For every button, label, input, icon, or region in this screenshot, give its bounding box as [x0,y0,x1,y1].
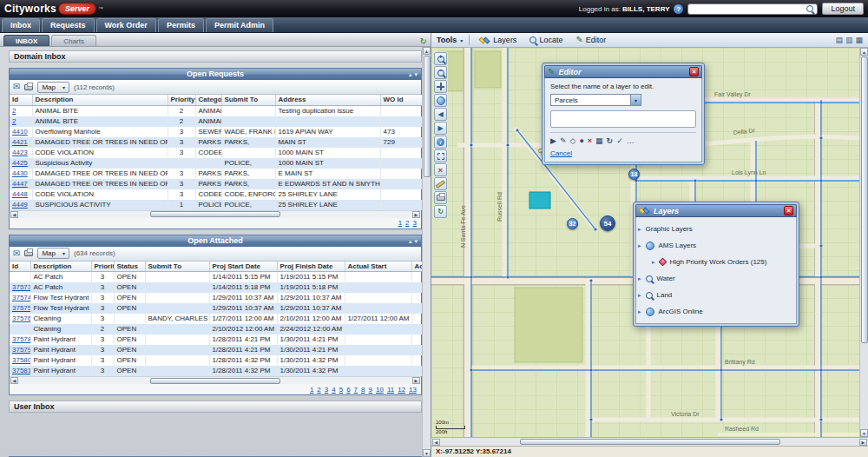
expand-panel-icon[interactable]: ▾ [414,235,418,247]
logout-button[interactable]: Logout [822,3,864,15]
work-order-id-link[interactable]: 37578 [12,335,30,343]
column-header[interactable]: Act [411,262,422,272]
tab-charts[interactable]: Charts [51,35,96,46]
delete-sketch-icon[interactable]: × [588,136,592,145]
layer-item-land[interactable]: ▸ Land [638,287,794,303]
page-link[interactable]: 13 [409,386,417,394]
expand-panel-icon[interactable]: ▾ [414,69,418,80]
full-extent-icon[interactable] [434,94,447,107]
page-link[interactable]: 9 [369,386,372,394]
scroll-thumb[interactable] [150,378,280,384]
page-link[interactable]: 1 [398,219,402,227]
layers-button[interactable]: Layers [476,35,520,46]
zoom-out-icon[interactable]: − [434,66,447,79]
work-order-cluster-marker[interactable]: 32 [567,218,578,229]
layers-window-titlebar[interactable]: Layers × [635,204,797,217]
print-icon[interactable] [24,84,33,90]
request-row[interactable]: 4421 DAMAGED TREE OR TREES IN NEED OF WO… [10,137,422,148]
page-link[interactable]: 2 [405,219,409,227]
column-header[interactable]: Category [195,95,221,105]
editor-window-titlebar[interactable]: ✎ Editor × [544,65,702,78]
column-header[interactable]: Description [30,262,91,272]
request-id-link[interactable]: 4449 [12,201,28,209]
undo-icon[interactable]: ↻ [607,136,614,145]
map-canvas[interactable]: Fair Valley Dr Della Dr Lois Lynn Ln Pab… [431,48,859,437]
work-order-row[interactable]: 37573 AC Patch 3 OPEN 1/14/2011 5:18 PM … [10,282,422,293]
scroll-up-icon[interactable]: ▲ [860,48,868,56]
scroll-thumb[interactable] [424,56,431,177]
scroll-left-icon[interactable]: ◀ [432,439,440,446]
tab-inbox[interactable]: INBOX [3,35,49,46]
scroll-track[interactable] [18,378,412,384]
print-map-icon[interactable] [434,191,447,204]
export-icon[interactable]: ✉ [13,83,20,91]
layer-item-graphic-layers[interactable]: ▸ Graphic Layers [638,221,794,237]
request-id-link[interactable]: 2 [12,117,16,125]
clear-selection-icon[interactable]: × [434,163,447,176]
map-vscrollbar[interactable]: ▲ ▼ [859,48,868,437]
work-order-row[interactable]: AC Patch 3 OPEN 1/14/2011 5:15 PM 1/19/2… [10,272,422,283]
page-link[interactable]: 8 [361,386,365,394]
layer-item-arcgis-online[interactable]: ▸ ArcGIS Online [638,303,794,320]
work-order-id-link[interactable]: 37573 [12,283,30,291]
page-link[interactable]: 5 [339,386,343,394]
expand-arrow-icon[interactable]: ▸ [638,226,641,233]
request-row[interactable]: 2 ANIMAL BITE 2 ANIMAL Testing duplicati… [10,105,422,116]
open-attached-header[interactable]: Open Attached ▴ ▾ [10,235,421,247]
request-id-link[interactable]: 4425 [12,159,28,167]
expand-arrow-icon[interactable]: ▸ [638,292,641,299]
overview-map-icon[interactable]: ▤ [835,36,843,44]
collapse-panel-icon[interactable]: ▴ [409,235,412,247]
scroll-up-icon[interactable]: ▲ [423,47,431,55]
page-link[interactable]: 7 [354,386,358,394]
layer-item-ams-layers[interactable]: ▸ AMS Layers [638,237,794,254]
print-icon[interactable] [24,250,33,256]
map-hscrollbar[interactable]: ◀ ▶ [431,437,868,446]
request-row[interactable]: 2 ANIMAL BITE 2 ANIMAL [10,116,422,127]
column-header[interactable]: Submit To [221,95,275,105]
expand-arrow-icon[interactable]: ▸ [638,308,641,315]
column-header[interactable]: Proj Finish Date [277,262,345,272]
locate-button[interactable]: Locate [526,35,566,45]
help-icon[interactable]: ? [674,4,683,14]
refresh-map-icon[interactable]: ↻ [434,205,447,218]
page-link[interactable]: 6 [346,386,350,394]
scroll-track[interactable] [440,439,859,445]
work-order-cluster-marker[interactable]: 54 [600,215,615,231]
map-dropdown[interactable]: Map ▾ [37,248,69,259]
work-order-id-link[interactable]: 37576 [12,315,30,322]
scroll-left-icon[interactable]: ◀ [10,377,18,384]
user-inbox-header[interactable]: User Inbox [9,401,422,413]
editor-button[interactable]: ✎ Editor [572,35,609,45]
select-features-icon[interactable] [434,149,447,162]
layer-item-high-priority-work-orders[interactable]: ▸ High Priority Work Orders (125) [652,254,794,270]
request-id-link[interactable]: 4448 [12,190,28,198]
nav-tab[interactable]: Permits [158,18,204,32]
snap-grid-icon[interactable]: ▦ [595,136,603,145]
request-row[interactable]: 4430 DAMAGED TREE OR TREES IN NEED OF WO… [10,169,422,179]
work-order-row[interactable]: 37574 Flow Test Hydrant 3 OPEN 1/29/2011… [10,293,422,303]
request-row[interactable]: 4447 DAMAGED TREE OR TREES IN NEED OF WO… [10,179,422,189]
vertex-tool-icon[interactable]: ◇ [569,136,575,145]
scroll-down-icon[interactable]: ▼ [860,429,868,437]
page-link[interactable]: 12 [398,386,405,394]
request-row[interactable]: 4448 CODE VIOLATION 3 CODEENF CODE, ENFO… [10,189,422,200]
request-id-link[interactable]: 4447 [12,180,28,188]
refresh-inbox-icon[interactable]: ↻ [420,37,427,46]
column-header[interactable]: Submit To [145,262,209,272]
request-id-link[interactable]: 4421 [12,138,28,146]
column-header[interactable]: Actual Start [345,262,411,272]
scroll-thumb[interactable] [861,56,868,343]
work-order-row[interactable]: 37575 Flow Test Hydrant 3 OPEN 1/29/2011… [10,303,422,314]
request-row[interactable]: 4423 CODE VIOLATION 3 CODEENF 1000 MAIN … [10,148,422,158]
scroll-track[interactable] [18,211,412,217]
page-link[interactable]: 10 [376,386,384,394]
column-header[interactable]: Id [10,262,30,272]
page-link[interactable]: 1 [310,386,313,394]
left-panel-scrollbar[interactable]: ▲ ▼ [422,47,431,457]
work-order-cluster-marker[interactable]: 18 [628,169,640,180]
export-icon[interactable]: ✉ [13,249,20,258]
identify-icon[interactable]: i [434,136,447,149]
open-requests-header[interactable]: Open Requests ▴ ▾ [10,69,421,80]
measure-icon[interactable] [434,177,447,190]
